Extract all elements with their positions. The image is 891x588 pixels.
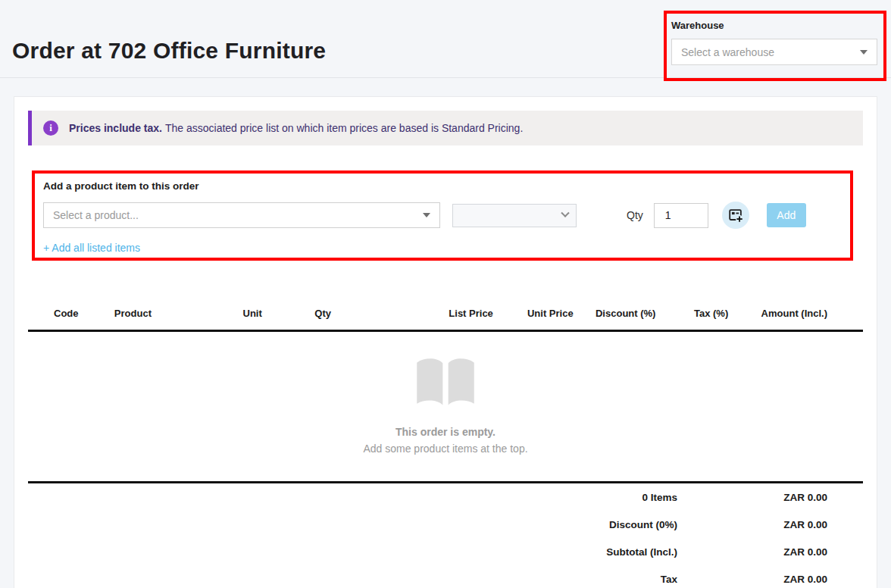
product-select-placeholder: Select a product... (53, 209, 139, 221)
add-product-controls: Select a product... Qty Ad (43, 202, 863, 229)
summary-row-discount: Discount (0%) ZAR 0.00 (28, 511, 863, 538)
column-header-qty: Qty (314, 308, 390, 319)
add-product-heading: Add a product item to this order (43, 180, 863, 192)
warehouse-select-placeholder: Select a warehouse (681, 46, 774, 58)
chevron-down-icon (423, 213, 430, 217)
summary-row-subtotal: Subtotal (Incl.) ZAR 0.00 (28, 538, 863, 565)
banner-regular-text: The associated price list on which item … (165, 122, 523, 134)
warehouse-group: Warehouse Select a warehouse (671, 20, 877, 65)
empty-order-subtitle: Add some product items at the top. (28, 443, 863, 455)
product-select[interactable]: Select a product... (43, 202, 440, 228)
empty-order-state: This order is empty. Add some product it… (28, 332, 863, 455)
column-header-tax: Tax (%) (655, 308, 728, 319)
warehouse-label: Warehouse (671, 20, 877, 31)
summary-label: Subtotal (Incl.) (28, 546, 677, 558)
column-header-code: Code (28, 308, 114, 319)
summary-value: ZAR 0.00 (677, 519, 863, 530)
tax-info-banner: i Prices include tax.The associated pric… (28, 111, 863, 145)
column-header-unit: Unit (243, 308, 315, 319)
order-card: i Prices include tax.The associated pric… (14, 96, 877, 588)
qty-label: Qty (627, 209, 643, 221)
column-header-unit-price: Unit Price (493, 308, 574, 319)
add-to-price-list-button[interactable] (722, 202, 749, 229)
summary-label: Tax (28, 574, 677, 585)
add-button[interactable]: Add (767, 203, 806, 227)
summary-label: 0 Items (28, 492, 677, 503)
column-header-list-price: List Price (390, 308, 493, 319)
banner-text: Prices include tax.The associated price … (69, 122, 523, 134)
page-title: Order at 702 Office Furniture (12, 38, 326, 64)
items-table-header: Code Product Unit Qty List Price Unit Pr… (28, 308, 863, 332)
summary-row-tax: Tax ZAR 0.00 (28, 565, 863, 588)
summary-value: ZAR 0.00 (677, 492, 863, 503)
qty-input[interactable] (654, 203, 708, 228)
chevron-down-icon (561, 209, 569, 217)
summary-value: ZAR 0.00 (677, 574, 863, 585)
summary-label: Discount (0%) (28, 519, 677, 530)
chevron-down-icon (860, 50, 868, 55)
summary-value: ZAR 0.00 (677, 546, 863, 558)
summary-row-items: 0 Items ZAR 0.00 (28, 483, 863, 511)
order-summary: 0 Items ZAR 0.00 Discount (0%) ZAR 0.00 … (28, 481, 863, 588)
column-header-product: Product (114, 308, 243, 319)
add-to-price-list-icon (727, 207, 744, 224)
add-product-section: Add a product item to this order Select … (28, 180, 863, 255)
unit-select[interactable] (452, 204, 577, 227)
add-all-listed-items-link[interactable]: + Add all listed items (43, 242, 140, 254)
warehouse-select[interactable]: Select a warehouse (671, 39, 877, 65)
open-book-icon (411, 355, 480, 412)
empty-order-title: This order is empty. (28, 426, 863, 438)
info-icon: i (43, 120, 58, 136)
banner-bold-text: Prices include tax. (69, 122, 162, 134)
column-header-discount: Discount (%) (574, 308, 656, 319)
column-header-amount: Amount (Incl.) (728, 308, 863, 319)
